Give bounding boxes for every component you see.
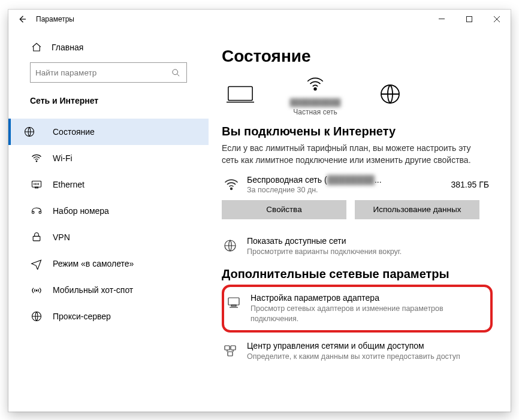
svg-point-13 [314,88,316,90]
show-networks-link[interactable]: Показать доступные сети Просмотрите вари… [222,236,485,257]
svg-point-2 [172,69,177,74]
window-controls [428,10,511,29]
adapter-settings-highlight: Настройка параметров адаптера Просмотр с… [222,285,493,333]
nav-list: Состояние Wi-Fi Et [8,119,209,330]
hotspot-icon [30,283,43,297]
button-row: Свойства Использование данных [222,200,505,219]
network-type: Частная сеть [293,108,337,116]
vpn-icon [30,231,43,244]
search-icon [170,67,182,78]
wifi-icon [30,152,43,165]
svg-rect-5 [32,181,41,187]
search-placeholder: Найти параметр [35,68,96,77]
wifi-diagram-icon [299,72,331,96]
main-area: Главная Найти параметр Сеть и Интернет [8,29,511,412]
nav-label: Прокси-сервер [53,312,111,321]
svg-rect-8 [39,211,41,213]
nav-ethernet[interactable]: Ethernet [8,171,209,198]
svg-rect-17 [228,298,239,305]
home-label: Главная [52,43,83,52]
network-diagram: ██████████ Частная сеть [222,72,505,116]
proxy-icon [30,310,43,323]
airplane-icon [30,257,43,270]
svg-point-4 [36,161,37,162]
close-icon [493,16,500,23]
connected-heading: Вы подключены к Интернету [222,125,505,138]
network-usage-row: Беспроводная сеть (████████... За послед… [222,175,505,194]
dialup-icon [30,204,43,217]
wifi-small-icon [222,175,241,194]
arrow-left-icon [17,14,28,25]
svg-rect-21 [228,352,233,356]
nav-label: Мобильный хот-спот [53,285,133,295]
adapter-icon [225,294,242,311]
advanced-heading: Дополнительные сетевые параметры [222,267,505,281]
nav-label: VPN [53,232,70,242]
content-pane[interactable]: Состояние ██████████ Частная сеть [209,29,511,412]
connected-body: Если у вас лимитный тарифный план, вы мо… [222,142,479,167]
sharing-center-link[interactable]: Центр управления сетями и общим доступом… [222,341,485,362]
title-bar: Параметры [8,10,511,29]
nav-label: Набор номера [53,206,109,216]
sharing-title: Центр управления сетями и общим доступом [247,341,460,350]
svg-point-10 [36,290,37,291]
adapter-desc: Просмотр сетевых адаптеров и изменение п… [251,304,485,324]
properties-button[interactable]: Свойства [222,200,346,219]
sharing-desc: Определите, к каким данным вы хотите пре… [247,352,460,362]
adapter-settings-link[interactable]: Настройка параметров адаптера Просмотр с… [225,293,485,324]
ethernet-icon [30,178,43,191]
network-name: ██████████ [289,98,340,107]
svg-rect-0 [439,19,445,19]
page-title: Состояние [222,47,505,66]
svg-rect-19 [225,346,230,350]
sidebar-group-title: Сеть и Интернет [30,96,187,105]
nav-label: Wi-Fi [53,153,73,163]
search-input[interactable]: Найти параметр [30,62,187,83]
nav-status[interactable]: Состояние [8,119,209,145]
close-button[interactable] [483,10,511,29]
nav-label: Режим «в самолете» [53,259,134,268]
net-name-line: Беспроводная сеть (████████... [247,175,451,185]
svg-rect-6 [35,187,38,188]
nav-dialup[interactable]: Набор номера [8,198,209,224]
svg-rect-12 [228,87,252,101]
home-icon [30,41,43,54]
nav-label: Ethernet [53,180,85,189]
svg-rect-18 [231,305,236,306]
svg-rect-1 [467,17,472,22]
adapter-title: Настройка параметров адаптера [251,293,485,303]
minimize-icon [438,16,445,23]
status-icon [23,125,36,138]
minimize-button[interactable] [428,10,455,29]
nav-wifi[interactable]: Wi-Fi [8,145,209,171]
data-usage-button[interactable]: Использование данных [355,200,479,219]
svg-rect-20 [231,346,236,350]
nav-airplane[interactable]: Режим «в самолете» [8,250,209,277]
globe-icon [374,82,406,106]
nav-label: Состояние [53,127,95,137]
show-networks-title: Показать доступные сети [247,236,402,246]
nav-proxy[interactable]: Прокси-сервер [8,303,209,330]
net-period: За последние 30 дн. [247,186,451,194]
svg-point-15 [231,188,233,189]
pc-icon [224,82,257,106]
back-button[interactable] [8,10,36,29]
nav-hotspot[interactable]: Мобильный хот-спот [8,277,209,303]
window-title: Параметры [36,15,74,23]
svg-rect-9 [33,236,40,241]
data-usage: 381.95 ГБ [451,180,489,189]
home-link[interactable]: Главная [30,41,187,54]
sidebar: Главная Найти параметр Сеть и Интернет [8,29,209,412]
svg-rect-7 [32,211,34,213]
maximize-button[interactable] [455,10,483,29]
globe-small-icon [222,237,239,254]
settings-window: Параметры Главная [8,10,511,412]
nav-vpn[interactable]: VPN [8,224,209,250]
sharing-icon [222,342,239,359]
show-networks-desc: Просмотрите варианты подключения вокруг. [247,247,402,257]
maximize-icon [466,16,473,23]
